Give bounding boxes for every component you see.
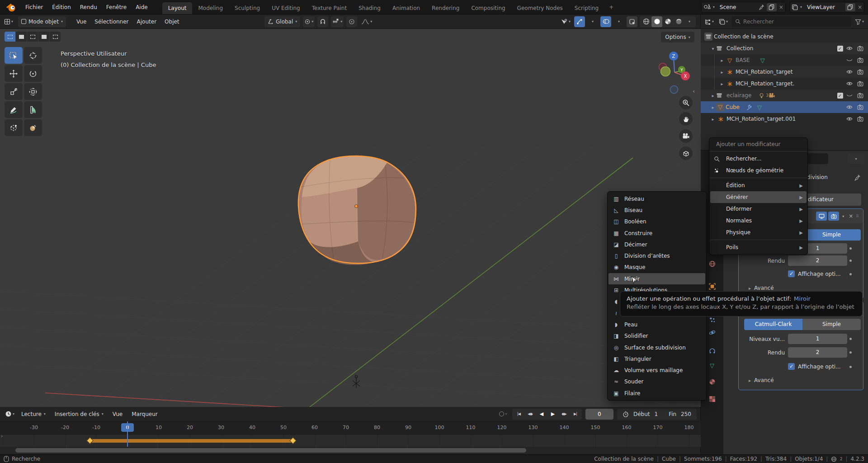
playback-button[interactable]: ▶ [547, 410, 558, 419]
timeline-editor-type-button[interactable]: ▾ [4, 409, 16, 420]
pin-icon[interactable] [758, 4, 764, 10]
viewlayer-name[interactable]: ViewLayer [804, 4, 843, 10]
expand-icon[interactable]: ▸ [710, 117, 716, 122]
viewlayer-selector[interactable]: ▾ ViewLayer × [789, 2, 864, 13]
simple-option[interactable]: Simple [802, 229, 861, 241]
render-camera-toggle[interactable] [857, 116, 866, 122]
start-frame-field[interactable]: 1 [654, 411, 658, 417]
tab-object[interactable] [706, 281, 718, 292]
timeline-menu-lecture[interactable]: Lecture▾ [18, 411, 49, 417]
collapse-icon[interactable]: ▾ [710, 46, 716, 51]
workspace-tab[interactable]: Texture Paint [306, 2, 353, 14]
tool-annotate[interactable] [5, 101, 23, 118]
submenu-item[interactable]: ⋈ Miroir [609, 273, 705, 284]
tool-transform[interactable] [24, 83, 42, 100]
workspace-tab[interactable]: Compositing [465, 2, 511, 14]
playback-button[interactable]: ▶| [570, 410, 581, 419]
menu-category-item[interactable]: Physique▶ [709, 227, 807, 238]
playback-button[interactable]: ◆▶ [558, 410, 570, 419]
submenu-item[interactable]: ◫ Booléen [608, 216, 706, 227]
scene-name[interactable]: Scene [717, 4, 756, 10]
channel-expander-arrow[interactable]: › [1, 433, 3, 439]
snap-toggle-button[interactable] [317, 16, 328, 27]
unlink-scene-button[interactable]: × [779, 4, 783, 10]
shading-rendered-button[interactable] [673, 16, 684, 27]
pin-icon[interactable] [854, 174, 861, 181]
keyframe-diamond[interactable] [86, 437, 94, 444]
simple-option[interactable]: Simple [802, 319, 861, 330]
menu-item-geometry-nodes[interactable]: Nœuds de géométrie [709, 165, 807, 176]
render-camera-toggle[interactable] [857, 45, 866, 52]
hide-eye-toggle[interactable] [846, 93, 855, 98]
render-camera-toggle[interactable] [857, 104, 866, 110]
submenu-item[interactable]: ◗ Peau [608, 319, 706, 330]
expand-icon[interactable]: ▸ [719, 58, 725, 63]
viewport-3d[interactable]: Perspective Utilisateur (0) Collection d… [0, 29, 701, 407]
advanced-section-toggle[interactable]: ▸Avancé [749, 377, 774, 383]
snap-target-button[interactable]: ▾ [331, 16, 344, 27]
hide-eye-toggle[interactable] [846, 46, 855, 51]
menu-item-search[interactable]: Rechercher... [709, 153, 807, 165]
shading-material-button[interactable] [662, 16, 673, 27]
workspace-tab[interactable]: UV Editing [266, 2, 306, 14]
workspace-tab[interactable]: Rendering [426, 2, 465, 14]
object-visibility-button[interactable]: ▾ [559, 16, 572, 27]
workspace-tab[interactable]: Shading [353, 2, 387, 14]
select-mode-extend[interactable] [16, 32, 27, 42]
tab-world[interactable] [706, 258, 718, 269]
outliner-row-mch-rotation-target-001[interactable]: ▸ MCH_Rotation_target.001 [701, 113, 868, 125]
hide-eye-toggle[interactable] [846, 69, 855, 75]
transform-orientation-selector[interactable]: Global ▾ [264, 16, 300, 27]
submenu-item[interactable]: ≈ Souder [608, 376, 706, 387]
animate-dot[interactable] [849, 273, 852, 275]
outliner-row-cube[interactable]: ▸ ▽ Cube ▽ [701, 101, 868, 113]
pan-hand-button[interactable] [679, 112, 693, 126]
blender-logo-icon[interactable] [5, 2, 16, 12]
outliner-row-mch-rotation-target2[interactable]: ▸ MCH_Rotation_target. [701, 78, 868, 90]
render-camera-toggle[interactable] [857, 57, 866, 63]
show-overlays-button[interactable] [600, 16, 611, 27]
workspace-tab[interactable]: Sculpting [229, 2, 266, 14]
levels-render-field[interactable]: 2 [788, 255, 847, 266]
tab-physics[interactable] [706, 327, 718, 338]
outliner-search[interactable] [731, 16, 851, 27]
timeline-ruler[interactable]: -30-20-100102030405060708090100110120130… [0, 421, 701, 435]
viewport-menu-item[interactable]: Vue [72, 19, 90, 25]
animate-dot[interactable] [849, 338, 852, 340]
menu-category-item[interactable]: Générer▶ [710, 191, 807, 203]
viewport-menu-item[interactable]: Objet [160, 19, 183, 25]
outliner-display-mode-button[interactable]: ▾ [703, 16, 715, 27]
catmull-clark-option[interactable]: Catmull-Clark [744, 319, 802, 330]
tool-cursor[interactable] [24, 47, 42, 64]
outliner-search-input[interactable] [743, 19, 848, 25]
gizmo-dropdown[interactable]: ▾ [587, 16, 598, 27]
shading-wireframe-button[interactable] [641, 16, 651, 27]
shading-solid-button[interactable] [651, 16, 662, 27]
playback-button[interactable]: ◀ [536, 410, 547, 419]
tool-scale[interactable] [5, 83, 23, 100]
submenu-item[interactable]: ◪ Décimer [608, 239, 706, 250]
remove-viewlayer-button[interactable]: × [858, 4, 862, 10]
select-mode-new[interactable] [5, 32, 15, 42]
optimal-display-checkbox[interactable]: ✓ [788, 363, 795, 370]
outliner-row-scene-collection[interactable]: Collection de la scène [701, 31, 868, 43]
collection-checkbox[interactable]: ✓ [835, 45, 844, 52]
submenu-item[interactable]: ◎ Surface de subdivision [608, 342, 706, 353]
playhead[interactable] [127, 421, 128, 447]
outliner-filter-button[interactable]: ▾ [854, 16, 865, 27]
editor-type-button[interactable]: ▾ [3, 16, 14, 27]
menu-item-hair[interactable]: Poils▶ [709, 241, 807, 253]
select-mode-subtract[interactable] [27, 32, 38, 42]
timeline-menu-keying[interactable]: Insertion de clés▾ [51, 411, 107, 417]
pivot-point-button[interactable]: ▾ [303, 16, 315, 27]
topbar-menu-item[interactable]: Aide [131, 0, 152, 14]
zoom-button[interactable] [679, 96, 693, 109]
topbar-menu-item[interactable]: Rendu [75, 0, 102, 14]
tool-move[interactable] [5, 65, 23, 82]
options-button[interactable]: Options▾ [661, 32, 694, 43]
end-frame-field[interactable]: 250 [681, 411, 691, 417]
hide-eye-toggle[interactable] [846, 104, 855, 110]
timeline-menu-view[interactable]: Vue [109, 411, 126, 417]
outliner-filter-id-button[interactable]: ▾ [717, 16, 729, 27]
playback-button[interactable]: ◀◆ [524, 410, 536, 419]
